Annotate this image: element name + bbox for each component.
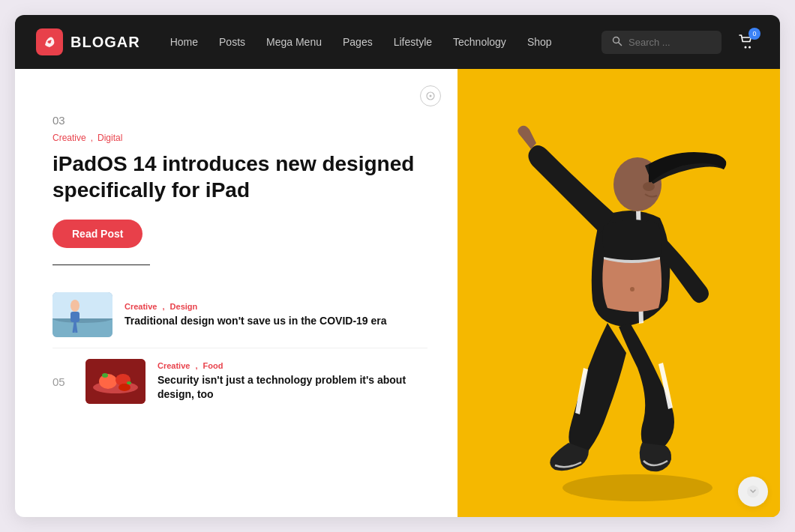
nav-lifestyle[interactable]: Lifestyle xyxy=(394,36,432,48)
nav-posts[interactable]: Posts xyxy=(219,36,245,48)
svg-point-17 xyxy=(99,374,117,389)
hero-image xyxy=(458,69,780,517)
sub-article-2-tag-creative: Creative xyxy=(158,361,190,370)
svg-point-6 xyxy=(430,95,432,97)
svg-line-2 xyxy=(619,42,622,45)
sub-article-1-title: Traditional design won't save us in the … xyxy=(124,314,428,328)
svg-point-11 xyxy=(70,300,80,312)
hero-article-number: 03 xyxy=(52,114,428,127)
sub-article-1-image xyxy=(52,292,112,337)
nav-links: Home Posts Mega Menu Pages Lifestyle Tec… xyxy=(170,36,602,48)
svg-point-22 xyxy=(127,381,131,384)
sub-articles: Creative , Design Traditional design won… xyxy=(52,282,428,414)
hero-tag-sep: , xyxy=(91,133,93,143)
app-container: BLOGAR Home Posts Mega Menu Pages Lifest… xyxy=(15,15,780,517)
sub-article-2-tags: Creative , Food xyxy=(158,361,428,370)
sub-article-1-sep: , xyxy=(160,302,166,311)
scroll-indicator[interactable] xyxy=(738,477,768,507)
svg-rect-12 xyxy=(70,312,80,322)
navbar: BLOGAR Home Posts Mega Menu Pages Lifest… xyxy=(15,15,780,69)
nav-technology[interactable]: Technology xyxy=(453,36,506,48)
sub-article-2-tag-food: Food xyxy=(203,361,224,370)
hero-article-tags: Creative , Digital xyxy=(52,133,428,143)
sub-article-1-tag-design: Design xyxy=(170,302,198,311)
cart-badge: 0 xyxy=(748,28,760,40)
nav-mega-menu[interactable]: Mega Menu xyxy=(266,36,322,48)
search-input[interactable] xyxy=(628,37,711,48)
read-post-button[interactable]: Read Post xyxy=(52,220,142,248)
sub-article-1-body: Creative , Design Traditional design won… xyxy=(124,302,428,328)
nav-home[interactable]: Home xyxy=(170,36,198,48)
sub-article-1-tags: Creative , Design xyxy=(124,302,428,311)
logo-text: BLOGAR xyxy=(70,34,140,51)
svg-point-26 xyxy=(643,182,655,191)
main-content: 03 Creative , Digital iPadOS 14 introduc… xyxy=(15,69,780,517)
svg-point-24 xyxy=(562,474,712,501)
slide-indicator[interactable] xyxy=(420,85,441,106)
sub-article-2-image xyxy=(86,359,146,404)
left-panel: 03 Creative , Digital iPadOS 14 introduc… xyxy=(15,69,458,517)
nav-pages[interactable]: Pages xyxy=(343,36,373,48)
sub-article-1[interactable]: Creative , Design Traditional design won… xyxy=(52,282,428,348)
hero-article-title: iPadOS 14 introduces new designed specif… xyxy=(52,151,428,203)
svg-line-14 xyxy=(75,322,76,333)
svg-point-20 xyxy=(118,384,130,391)
sub-article-2-body: Creative , Food Security isn't just a te… xyxy=(158,361,428,402)
sub-article-2-number: 05 xyxy=(52,375,70,388)
search-icon xyxy=(612,36,622,49)
nav-right: 0 xyxy=(602,29,759,55)
svg-rect-10 xyxy=(52,292,112,318)
search-bar[interactable] xyxy=(602,31,722,54)
sub-article-2-title: Security isn't just a technology problem… xyxy=(158,373,428,402)
nav-shop[interactable]: Shop xyxy=(527,36,552,48)
svg-point-21 xyxy=(102,373,108,378)
sub-article-2-sep: , xyxy=(193,361,200,370)
divider xyxy=(52,265,150,265)
right-panel xyxy=(458,69,780,517)
sub-article-2[interactable]: 05 xyxy=(52,348,428,414)
sub-article-1-tag-creative: Creative xyxy=(124,302,157,311)
svg-point-27 xyxy=(630,287,634,291)
hero-tag-digital: Digital xyxy=(98,133,122,143)
cart-button[interactable]: 0 xyxy=(734,29,759,55)
svg-point-0 xyxy=(48,40,51,43)
logo-icon xyxy=(36,28,63,55)
svg-point-3 xyxy=(745,46,747,49)
logo-area[interactable]: BLOGAR xyxy=(36,28,140,55)
svg-point-4 xyxy=(748,46,751,49)
hero-tag-creative: Creative xyxy=(52,133,86,143)
